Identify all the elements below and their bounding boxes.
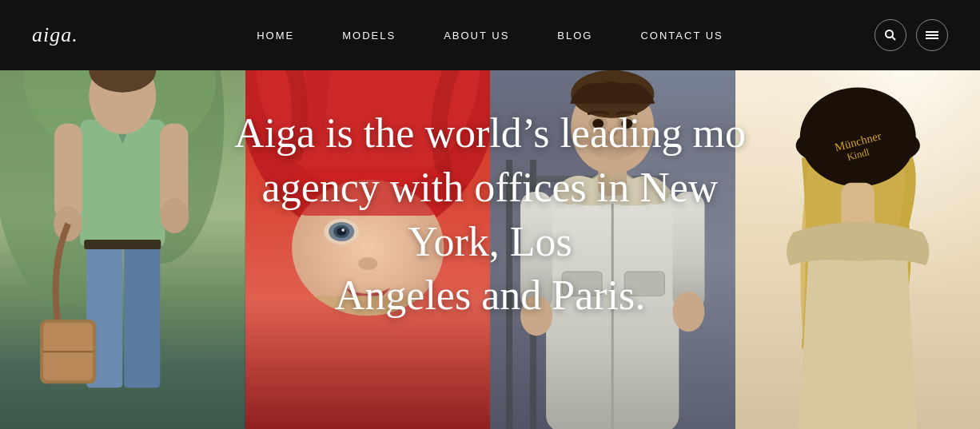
nav-link-models[interactable]: MODELS [342,30,396,42]
svg-point-30 [337,228,346,236]
hamburger-icon [926,30,938,40]
nav-link-about[interactable]: ABOUT US [444,30,509,42]
svg-point-46 [520,296,552,336]
svg-point-53 [592,119,604,129]
search-button[interactable] [874,19,906,51]
svg-point-17 [160,198,189,233]
svg-rect-43 [624,272,664,296]
nav-item-blog[interactable]: BLOG [557,28,592,42]
nav-links: HOME MODELS ABOUT US BLOG CONTACT US [257,28,723,42]
svg-rect-13 [84,240,161,249]
nav-link-home[interactable]: HOME [257,30,294,42]
search-icon [884,29,897,42]
nav-item-about[interactable]: ABOUT US [444,28,509,42]
nav-actions [874,19,948,51]
svg-point-0 [886,30,893,38]
svg-point-54 [621,119,632,129]
svg-point-32 [358,257,377,270]
svg-rect-12 [124,244,160,387]
svg-rect-33 [292,168,444,216]
menu-button[interactable] [916,19,948,51]
svg-rect-37 [506,160,512,429]
svg-point-47 [672,292,704,332]
svg-rect-14 [54,124,82,220]
navbar: aiga. HOME MODELS ABOUT US BLOG CONTACT … [0,0,980,70]
brand-logo[interactable]: aiga. [32,23,78,47]
nav-link-blog[interactable]: BLOG [557,30,592,42]
svg-line-1 [892,37,895,40]
nav-item-contact[interactable]: CONTACT US [640,28,723,42]
svg-point-31 [341,228,345,232]
nav-item-models[interactable]: MODELS [342,28,396,42]
hero-section: aiga. HOME MODELS ABOUT US BLOG CONTACT … [0,0,980,429]
nav-link-contact[interactable]: CONTACT US [640,30,723,42]
nav-item-home[interactable]: HOME [257,28,294,42]
svg-rect-44 [520,192,552,312]
svg-rect-42 [562,272,602,296]
